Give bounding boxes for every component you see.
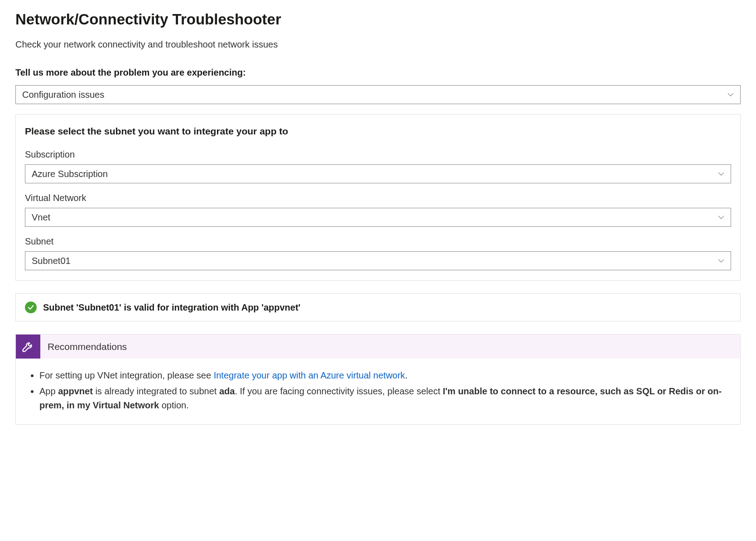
recommendation-item: App appvnet is already integrated to sub…	[39, 384, 729, 412]
recommendations-header: Recommendations	[16, 335, 740, 359]
subscription-dropdown-value: Azure Subscription	[32, 168, 108, 180]
subscription-dropdown[interactable]: Azure Subscription	[25, 164, 731, 183]
subnet-selection-card: Please select the subnet you want to int…	[15, 114, 741, 280]
problem-dropdown-value: Configuration issues	[22, 88, 104, 101]
integrate-vnet-link[interactable]: Integrate your app with an Azure virtual…	[214, 370, 405, 380]
vnet-label: Virtual Network	[25, 192, 731, 204]
subscription-label: Subscription	[25, 148, 731, 161]
success-check-icon	[25, 302, 37, 313]
chevron-down-icon	[717, 257, 725, 265]
wrench-icon	[16, 335, 40, 359]
recommendations-card: Recommendations For setting up VNet inte…	[15, 334, 741, 425]
validation-status-card: Subnet 'Subnet01' is valid for integrati…	[15, 293, 741, 321]
chevron-down-icon	[717, 170, 725, 178]
vnet-dropdown[interactable]: Vnet	[25, 208, 731, 227]
subnet-card-heading: Please select the subnet you want to int…	[25, 124, 731, 138]
subnet-label: Subnet	[25, 235, 731, 248]
vnet-dropdown-value: Vnet	[32, 211, 50, 224]
recommendation-item: For setting up VNet integration, please …	[39, 369, 729, 383]
problem-dropdown[interactable]: Configuration issues	[15, 85, 741, 104]
page-title: Network/Connectivity Troubleshooter	[15, 9, 741, 30]
recommendations-title: Recommendations	[40, 335, 134, 359]
problem-prompt-label: Tell us more about the problem you are e…	[15, 66, 741, 79]
subnet-dropdown-value: Subnet01	[32, 254, 71, 267]
validation-status-text: Subnet 'Subnet01' is valid for integrati…	[43, 301, 300, 314]
recommendations-body: For setting up VNet integration, please …	[16, 359, 740, 424]
chevron-down-icon	[717, 213, 725, 221]
page-subtitle: Check your network connectivity and trou…	[15, 38, 741, 51]
chevron-down-icon	[727, 91, 735, 99]
subnet-dropdown[interactable]: Subnet01	[25, 251, 731, 270]
